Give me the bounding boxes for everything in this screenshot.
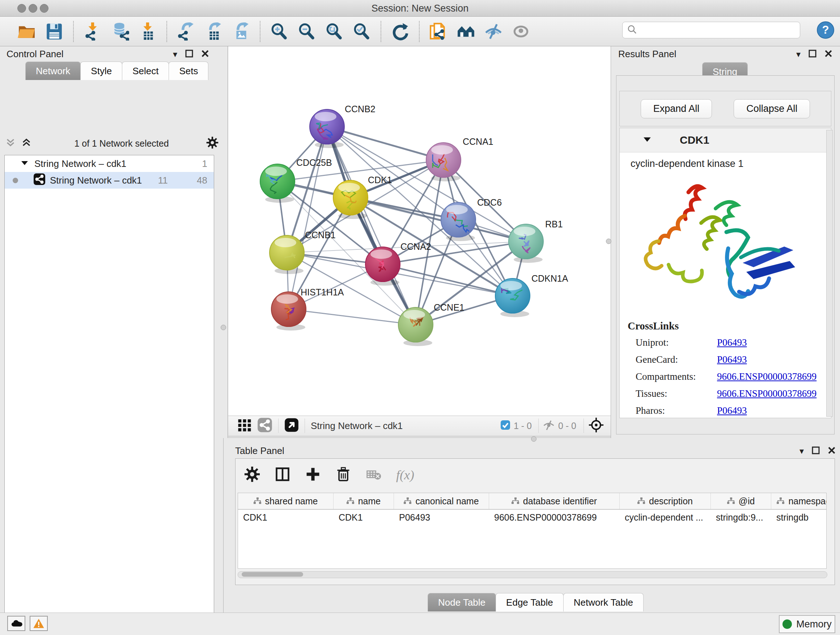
help-button[interactable]: ? bbox=[816, 21, 835, 39]
results-panel-float-icon[interactable] bbox=[808, 50, 816, 59]
import-network-database-button[interactable] bbox=[110, 21, 130, 42]
cloud-button[interactable] bbox=[7, 616, 25, 631]
search-field[interactable] bbox=[622, 22, 800, 38]
birds-eye-view-icon[interactable] bbox=[284, 418, 299, 434]
fit-selected-crosshair-icon[interactable] bbox=[588, 417, 604, 434]
tab-style[interactable]: Style bbox=[80, 62, 122, 80]
grid-view-icon[interactable] bbox=[237, 417, 252, 434]
column-header-description[interactable]: description bbox=[620, 493, 711, 509]
column-header-name[interactable]: name bbox=[333, 493, 394, 509]
tab-sets[interactable]: Sets bbox=[169, 62, 208, 80]
tab-edge-table[interactable]: Edge Table bbox=[496, 593, 564, 611]
show-columns-icon[interactable] bbox=[275, 466, 291, 484]
column-header-namespace[interactable]: namespace bbox=[771, 493, 827, 509]
control-panel-close-icon[interactable] bbox=[201, 50, 209, 59]
delete-column-trash-icon[interactable] bbox=[335, 466, 351, 484]
control-panel-float-icon[interactable] bbox=[185, 50, 193, 59]
column-header-canonical-name[interactable]: canonical name bbox=[394, 493, 489, 509]
table-settings-gear-icon[interactable] bbox=[244, 466, 260, 484]
network-style-icon[interactable] bbox=[257, 417, 272, 434]
selected-nodes-checkbox[interactable] bbox=[500, 420, 511, 432]
zoom-fit-button[interactable] bbox=[324, 21, 344, 42]
tab-network[interactable]: Network bbox=[25, 62, 81, 80]
results-panel-menu-icon[interactable]: ▾ bbox=[796, 49, 801, 59]
network-selection-status: 1 of 1 Network selected bbox=[37, 138, 206, 149]
results-panel-close-icon[interactable] bbox=[824, 50, 832, 59]
node-RB1[interactable] bbox=[508, 224, 543, 263]
memory-button[interactable]: Memory bbox=[779, 615, 835, 633]
create-column-plus-icon[interactable] bbox=[305, 466, 321, 484]
crosslink-link[interactable]: P06493 bbox=[717, 354, 747, 365]
warning-button[interactable] bbox=[30, 616, 48, 631]
export-image-button[interactable] bbox=[231, 21, 251, 42]
import-network-file-button[interactable] bbox=[82, 21, 103, 42]
network-collection-row[interactable]: String Network – cdk1 1 bbox=[5, 155, 214, 172]
function-builder-icon[interactable]: f(x) bbox=[396, 467, 414, 483]
hidden-eye-slash-icon[interactable] bbox=[542, 418, 555, 433]
column-header-shared-name[interactable]: shared name bbox=[238, 493, 333, 509]
table-row[interactable]: CDK1CDK1P064939606.ENSP00000378699cyclin… bbox=[238, 510, 826, 525]
string-app-icon bbox=[33, 173, 46, 188]
table-panel-float-icon[interactable] bbox=[812, 447, 820, 456]
column-header-@id[interactable]: @id bbox=[711, 493, 771, 509]
right-splitter-handle[interactable] bbox=[606, 239, 611, 244]
node-CCNB2[interactable] bbox=[309, 109, 344, 148]
column-header-database-identifier[interactable]: database identifier bbox=[489, 493, 620, 509]
cdk1-collapse-icon[interactable] bbox=[643, 135, 652, 145]
delete-table-icon[interactable] bbox=[366, 466, 382, 484]
node-HIST1H1A[interactable] bbox=[271, 292, 306, 331]
import-table-file-button[interactable] bbox=[137, 21, 158, 42]
node-CCNE1[interactable] bbox=[398, 307, 433, 346]
table-panel-close-icon[interactable] bbox=[828, 447, 836, 456]
network-tree: String Network – cdk1 1 String Network –… bbox=[4, 155, 214, 635]
crosslink-link[interactable]: P06493 bbox=[717, 405, 747, 416]
node-CDKN1A[interactable] bbox=[495, 279, 530, 317]
show-glass-effect-button[interactable] bbox=[511, 21, 531, 42]
string-home-button[interactable] bbox=[456, 21, 476, 42]
toolbar-separator bbox=[419, 21, 420, 42]
network-row[interactable]: String Network – cdk1 11 48 bbox=[5, 172, 214, 188]
crosslink-row: GeneCard:P06493 bbox=[628, 354, 831, 365]
crosslink-row: Compartments:9606.ENSP00000378699 bbox=[628, 371, 831, 382]
tab-select[interactable]: Select bbox=[122, 62, 169, 80]
network-node-count: 11 bbox=[158, 175, 168, 186]
control-panel-menu-icon[interactable]: ▾ bbox=[173, 49, 177, 59]
network-canvas[interactable]: CCNB2CCNA1CDC25BCDK1CDC6RB1CCNB1CCNA2CDK… bbox=[228, 46, 611, 416]
export-network-button[interactable] bbox=[176, 21, 196, 42]
search-input[interactable] bbox=[637, 25, 790, 35]
collapse-all-icon[interactable] bbox=[5, 137, 16, 149]
results-scrollbar[interactable] bbox=[826, 130, 833, 417]
tab-network-table[interactable]: Network Table bbox=[563, 593, 644, 611]
string-import-button[interactable] bbox=[428, 21, 448, 42]
crosslink-link[interactable]: 9606.ENSP00000378699 bbox=[717, 388, 816, 399]
node-CCNA1[interactable] bbox=[426, 143, 461, 181]
zoom-in-button[interactable] bbox=[269, 21, 289, 42]
enhanced-labels-button[interactable] bbox=[483, 21, 504, 42]
zoom-selected-button[interactable] bbox=[352, 21, 372, 42]
collection-collapse-icon[interactable] bbox=[21, 158, 28, 169]
node-CDC25B[interactable] bbox=[260, 164, 295, 203]
expand-all-button[interactable]: Expand All bbox=[641, 99, 712, 119]
save-session-button[interactable] bbox=[44, 21, 65, 42]
node-label-CDC6: CDC6 bbox=[477, 197, 502, 207]
expand-all-icon[interactable] bbox=[21, 137, 32, 149]
node-CCNA2[interactable] bbox=[365, 247, 400, 286]
left-splitter-handle[interactable] bbox=[221, 325, 226, 330]
zoom-out-button[interactable] bbox=[297, 21, 317, 42]
open-session-button[interactable] bbox=[17, 21, 37, 42]
table-horizontal-scrollbar[interactable] bbox=[238, 571, 827, 578]
collapse-all-button[interactable]: Collapse All bbox=[734, 99, 810, 119]
table-panel-menu-icon[interactable]: ▾ bbox=[799, 446, 804, 456]
crosslink-link[interactable]: 9606.ENSP00000378699 bbox=[717, 371, 816, 382]
crosslink-label: Compartments: bbox=[636, 371, 717, 382]
tab-node-table[interactable]: Node Table bbox=[428, 593, 496, 611]
bottom-splitter-handle[interactable] bbox=[531, 436, 537, 442]
apply-layout-button[interactable] bbox=[390, 21, 410, 42]
crosslink-row: Pharos:P06493 bbox=[628, 405, 831, 416]
export-table-button[interactable] bbox=[203, 21, 224, 42]
crosslink-link[interactable]: P06493 bbox=[717, 337, 747, 348]
network-options-gear-icon[interactable] bbox=[206, 136, 218, 150]
table-cell: P06493 bbox=[394, 510, 489, 525]
node-CCNB1[interactable] bbox=[270, 235, 304, 274]
edge-CCNB2-HIST1H1A bbox=[289, 127, 327, 309]
